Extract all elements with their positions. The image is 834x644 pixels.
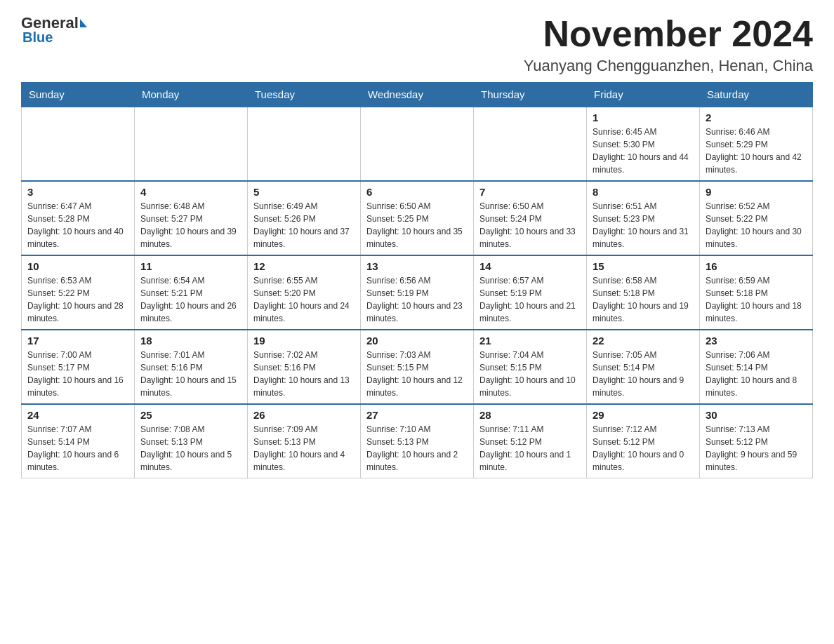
day-number: 9 (706, 186, 807, 198)
calendar-cell: 17Sunrise: 7:00 AMSunset: 5:17 PMDayligh… (22, 330, 135, 404)
day-number: 7 (479, 186, 581, 198)
day-info: Sunrise: 6:58 AMSunset: 5:18 PMDaylight:… (593, 274, 694, 325)
day-info: Sunrise: 7:10 AMSunset: 5:13 PMDaylight:… (366, 423, 468, 474)
day-info: Sunrise: 7:00 AMSunset: 5:17 PMDaylight:… (27, 349, 128, 399)
day-number: 26 (253, 409, 355, 421)
calendar-cell: 7Sunrise: 6:50 AMSunset: 5:24 PMDaylight… (474, 181, 587, 255)
day-number: 28 (479, 409, 581, 421)
calendar-cell: 22Sunrise: 7:05 AMSunset: 5:14 PMDayligh… (587, 330, 700, 404)
day-number: 22 (593, 335, 694, 347)
calendar-cell: 6Sunrise: 6:50 AMSunset: 5:25 PMDaylight… (361, 181, 474, 255)
day-info: Sunrise: 6:45 AMSunset: 5:30 PMDaylight:… (593, 126, 694, 176)
calendar-cell: 5Sunrise: 6:49 AMSunset: 5:26 PMDaylight… (248, 181, 361, 255)
page-header: General Blue November 2024 Yuanyang Chen… (21, 14, 813, 75)
day-number: 19 (253, 335, 355, 347)
day-number: 4 (140, 186, 241, 198)
calendar-cell: 11Sunrise: 6:54 AMSunset: 5:21 PMDayligh… (135, 255, 248, 330)
calendar-subtitle: Yuanyang Chengguanzhen, Henan, China (524, 57, 813, 75)
day-info: Sunrise: 7:13 AMSunset: 5:12 PMDaylight:… (706, 423, 807, 474)
calendar-cell: 3Sunrise: 6:47 AMSunset: 5:28 PMDaylight… (22, 181, 135, 255)
header-saturday: Saturday (700, 83, 813, 107)
week-row-4: 17Sunrise: 7:00 AMSunset: 5:17 PMDayligh… (22, 330, 813, 404)
calendar-cell: 12Sunrise: 6:55 AMSunset: 5:20 PMDayligh… (248, 255, 361, 330)
week-row-3: 10Sunrise: 6:53 AMSunset: 5:22 PMDayligh… (22, 255, 813, 330)
day-info: Sunrise: 6:48 AMSunset: 5:27 PMDaylight:… (140, 200, 241, 250)
day-number: 18 (140, 335, 241, 347)
header-thursday: Thursday (474, 83, 587, 107)
day-number: 23 (706, 335, 807, 347)
day-info: Sunrise: 6:50 AMSunset: 5:24 PMDaylight:… (479, 200, 581, 250)
day-number: 24 (27, 409, 128, 421)
day-number: 17 (27, 335, 128, 347)
day-number: 13 (366, 260, 468, 272)
day-info: Sunrise: 7:11 AMSunset: 5:12 PMDaylight:… (479, 423, 581, 474)
day-number: 1 (593, 112, 694, 123)
day-number: 25 (140, 409, 241, 421)
day-number: 27 (366, 409, 468, 421)
day-number: 16 (706, 260, 807, 272)
calendar-cell (248, 107, 361, 181)
day-info: Sunrise: 6:54 AMSunset: 5:21 PMDaylight:… (140, 274, 241, 325)
day-number: 12 (253, 260, 355, 272)
day-number: 3 (27, 186, 128, 198)
day-info: Sunrise: 6:49 AMSunset: 5:26 PMDaylight:… (253, 200, 355, 250)
day-info: Sunrise: 6:52 AMSunset: 5:22 PMDaylight:… (706, 200, 807, 250)
calendar-cell: 2Sunrise: 6:46 AMSunset: 5:29 PMDaylight… (700, 107, 813, 181)
day-info: Sunrise: 6:57 AMSunset: 5:19 PMDaylight:… (479, 274, 581, 325)
day-info: Sunrise: 7:04 AMSunset: 5:15 PMDaylight:… (479, 349, 581, 399)
day-number: 10 (27, 260, 128, 272)
day-info: Sunrise: 6:47 AMSunset: 5:28 PMDaylight:… (27, 200, 128, 250)
calendar-cell: 8Sunrise: 6:51 AMSunset: 5:23 PMDaylight… (587, 181, 700, 255)
day-info: Sunrise: 7:09 AMSunset: 5:13 PMDaylight:… (253, 423, 355, 474)
day-info: Sunrise: 7:08 AMSunset: 5:13 PMDaylight:… (140, 423, 241, 474)
calendar-cell (474, 107, 587, 181)
day-number: 5 (253, 186, 355, 198)
day-info: Sunrise: 7:07 AMSunset: 5:14 PMDaylight:… (27, 423, 128, 474)
calendar-cell (22, 107, 135, 181)
day-number: 15 (593, 260, 694, 272)
day-number: 14 (479, 260, 581, 272)
day-info: Sunrise: 6:53 AMSunset: 5:22 PMDaylight:… (27, 274, 128, 325)
calendar-cell: 16Sunrise: 6:59 AMSunset: 5:18 PMDayligh… (700, 255, 813, 330)
calendar-cell: 25Sunrise: 7:08 AMSunset: 5:13 PMDayligh… (135, 404, 248, 478)
calendar-cell: 28Sunrise: 7:11 AMSunset: 5:12 PMDayligh… (474, 404, 587, 478)
day-info: Sunrise: 7:05 AMSunset: 5:14 PMDaylight:… (593, 349, 694, 399)
calendar-cell: 19Sunrise: 7:02 AMSunset: 5:16 PMDayligh… (248, 330, 361, 404)
day-info: Sunrise: 6:56 AMSunset: 5:19 PMDaylight:… (366, 274, 468, 325)
calendar-cell: 24Sunrise: 7:07 AMSunset: 5:14 PMDayligh… (22, 404, 135, 478)
logo-arrow-icon (80, 19, 87, 27)
header-wednesday: Wednesday (361, 83, 474, 107)
day-info: Sunrise: 6:51 AMSunset: 5:23 PMDaylight:… (593, 200, 694, 250)
day-number: 11 (140, 260, 241, 272)
calendar-cell: 26Sunrise: 7:09 AMSunset: 5:13 PMDayligh… (248, 404, 361, 478)
calendar-title: November 2024 (524, 14, 813, 54)
calendar-cell: 13Sunrise: 6:56 AMSunset: 5:19 PMDayligh… (361, 255, 474, 330)
header-friday: Friday (587, 83, 700, 107)
calendar-cell: 18Sunrise: 7:01 AMSunset: 5:16 PMDayligh… (135, 330, 248, 404)
calendar-cell: 15Sunrise: 6:58 AMSunset: 5:18 PMDayligh… (587, 255, 700, 330)
calendar-cell: 4Sunrise: 6:48 AMSunset: 5:27 PMDaylight… (135, 181, 248, 255)
title-section: November 2024 Yuanyang Chengguanzhen, He… (524, 14, 813, 75)
calendar-cell: 30Sunrise: 7:13 AMSunset: 5:12 PMDayligh… (700, 404, 813, 478)
day-number: 20 (366, 335, 468, 347)
day-info: Sunrise: 7:01 AMSunset: 5:16 PMDaylight:… (140, 349, 241, 399)
calendar-table: Sunday Monday Tuesday Wednesday Thursday… (21, 82, 813, 478)
day-info: Sunrise: 7:02 AMSunset: 5:16 PMDaylight:… (253, 349, 355, 399)
calendar-cell: 10Sunrise: 6:53 AMSunset: 5:22 PMDayligh… (22, 255, 135, 330)
day-info: Sunrise: 6:50 AMSunset: 5:25 PMDaylight:… (366, 200, 468, 250)
week-row-2: 3Sunrise: 6:47 AMSunset: 5:28 PMDaylight… (22, 181, 813, 255)
calendar-cell (361, 107, 474, 181)
header-sunday: Sunday (22, 83, 135, 107)
calendar-cell: 14Sunrise: 6:57 AMSunset: 5:19 PMDayligh… (474, 255, 587, 330)
week-row-1: 1Sunrise: 6:45 AMSunset: 5:30 PMDaylight… (22, 107, 813, 181)
calendar-cell: 21Sunrise: 7:04 AMSunset: 5:15 PMDayligh… (474, 330, 587, 404)
day-info: Sunrise: 6:46 AMSunset: 5:29 PMDaylight:… (706, 126, 807, 176)
day-number: 29 (593, 409, 694, 421)
day-number: 30 (706, 409, 807, 421)
calendar-cell: 29Sunrise: 7:12 AMSunset: 5:12 PMDayligh… (587, 404, 700, 478)
weekday-header-row: Sunday Monday Tuesday Wednesday Thursday… (22, 83, 813, 107)
day-info: Sunrise: 7:03 AMSunset: 5:15 PMDaylight:… (366, 349, 468, 399)
day-info: Sunrise: 6:55 AMSunset: 5:20 PMDaylight:… (253, 274, 355, 325)
logo-blue: Blue (21, 29, 53, 46)
calendar-cell: 20Sunrise: 7:03 AMSunset: 5:15 PMDayligh… (361, 330, 474, 404)
